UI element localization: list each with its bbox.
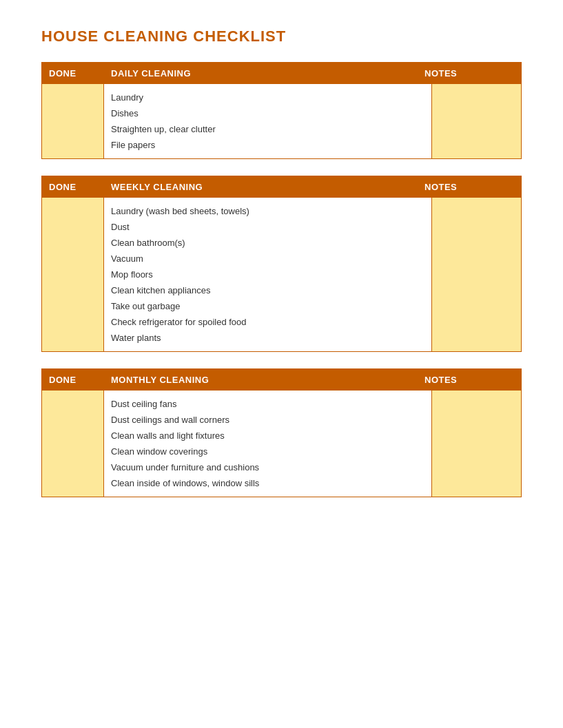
section-body-weekly: Laundry (wash bed sheets, towels)DustCle… bbox=[42, 198, 521, 351]
items-cell-weekly: Laundry (wash bed sheets, towels)DustCle… bbox=[104, 198, 431, 351]
section-weekly: DONEWEEKLY CLEANINGNOTESLaundry (wash be… bbox=[41, 176, 522, 352]
list-item: Straighten up, clear clutter bbox=[111, 121, 424, 137]
section-header-daily: DONEDAILY CLEANINGNOTES bbox=[42, 63, 521, 84]
notes-header-monthly: NOTES bbox=[424, 375, 514, 385]
list-item: Dust ceilings and wall corners bbox=[111, 412, 424, 428]
list-item: Dishes bbox=[111, 105, 424, 121]
list-item: Laundry bbox=[111, 90, 424, 105]
list-item: Clean window coverings bbox=[111, 444, 424, 459]
list-item: Dust bbox=[111, 219, 424, 235]
section-label-daily: DAILY CLEANING bbox=[111, 68, 424, 79]
done-header-daily: DONE bbox=[49, 68, 111, 79]
section-header-monthly: DONEMONTHLY CLEANINGNOTES bbox=[42, 369, 521, 391]
list-item: Check refrigerator for spoiled food bbox=[111, 314, 424, 330]
list-item: Water plants bbox=[111, 330, 424, 346]
done-cell-weekly[interactable] bbox=[42, 198, 104, 351]
section-daily: DONEDAILY CLEANINGNOTESLaundryDishesStra… bbox=[41, 62, 522, 159]
list-item: Vacuum bbox=[111, 251, 424, 267]
items-cell-daily: LaundryDishesStraighten up, clear clutte… bbox=[104, 84, 431, 158]
section-body-daily: LaundryDishesStraighten up, clear clutte… bbox=[42, 84, 521, 158]
list-item: Vacuum under furniture and cushions bbox=[111, 459, 424, 475]
section-monthly: DONEMONTHLY CLEANINGNOTESDust ceiling fa… bbox=[41, 368, 522, 497]
notes-cell-weekly[interactable] bbox=[431, 198, 521, 351]
list-item: Dust ceiling fans bbox=[111, 396, 424, 412]
list-item: Laundry (wash bed sheets, towels) bbox=[111, 203, 424, 219]
list-item: Clean bathroom(s) bbox=[111, 235, 424, 251]
list-item: Clean walls and light fixtures bbox=[111, 428, 424, 444]
notes-cell-daily[interactable] bbox=[431, 84, 521, 158]
list-item: File papers bbox=[111, 137, 424, 153]
notes-header-weekly: NOTES bbox=[424, 182, 514, 192]
list-item: Take out garbage bbox=[111, 298, 424, 314]
done-header-monthly: DONE bbox=[49, 375, 111, 385]
items-cell-monthly: Dust ceiling fansDust ceilings and wall … bbox=[104, 391, 431, 497]
list-item: Clean inside of windows, window sills bbox=[111, 475, 424, 491]
page-title: HOUSE CLEANING CHECKLIST bbox=[41, 28, 522, 45]
section-label-monthly: MONTHLY CLEANING bbox=[111, 375, 424, 385]
done-cell-monthly[interactable] bbox=[42, 391, 104, 497]
done-cell-daily[interactable] bbox=[42, 84, 104, 158]
list-item: Clean kitchen appliances bbox=[111, 282, 424, 298]
list-item: Mop floors bbox=[111, 267, 424, 282]
section-body-monthly: Dust ceiling fansDust ceilings and wall … bbox=[42, 391, 521, 497]
section-label-weekly: WEEKLY CLEANING bbox=[111, 182, 424, 192]
done-header-weekly: DONE bbox=[49, 182, 111, 192]
section-header-weekly: DONEWEEKLY CLEANINGNOTES bbox=[42, 176, 521, 198]
notes-header-daily: NOTES bbox=[424, 68, 514, 79]
notes-cell-monthly[interactable] bbox=[431, 391, 521, 497]
